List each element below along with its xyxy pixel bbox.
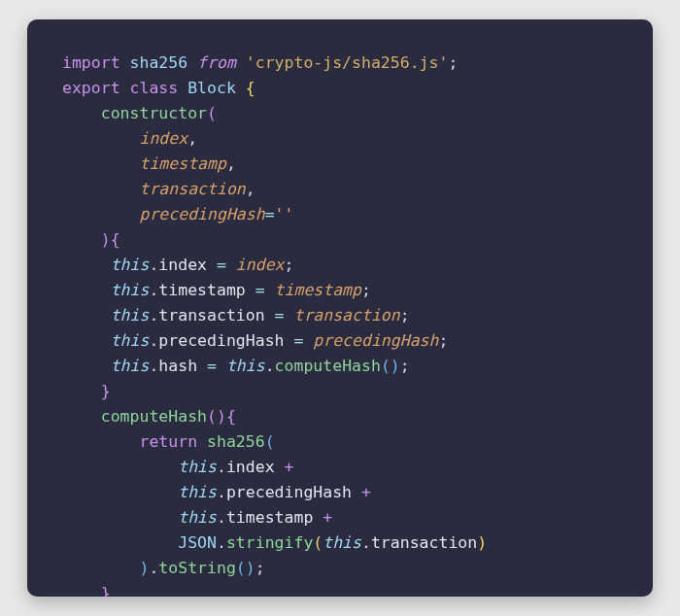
comma: , <box>246 180 255 198</box>
paren-close: ) <box>477 533 487 552</box>
prop-index: index <box>226 458 275 476</box>
prop-precedingHash: precedingHash <box>158 331 284 350</box>
operator-assign: = <box>217 256 226 274</box>
code-line: this.index = index; <box>62 256 293 274</box>
code-line: this.timestamp = timestamp; <box>62 281 371 299</box>
semicolon: ; <box>400 306 410 325</box>
keyword-this: this <box>323 533 361 552</box>
code-block: import sha256 from 'crypto-js/sha256.js'… <box>62 51 653 597</box>
rhs-timestamp: timestamp <box>275 281 361 299</box>
param-transaction: transaction <box>139 180 245 198</box>
code-line: JSON.stringify(this.transaction) <box>62 533 487 552</box>
prop-index: index <box>158 256 207 274</box>
code-line: this.timestamp + <box>62 508 332 527</box>
dot: . <box>149 357 158 375</box>
code-line: this.precedingHash + <box>62 483 371 501</box>
semicolon: ; <box>255 559 265 577</box>
keyword-this: this <box>111 357 150 375</box>
dot: . <box>149 281 158 299</box>
brace-close: } <box>101 584 111 597</box>
method-constructor: constructor <box>101 104 207 122</box>
operator-plus: + <box>361 483 371 501</box>
code-line: computeHash(){ <box>62 407 236 426</box>
keyword-import: import <box>62 53 120 72</box>
identifier-JSON: JSON <box>178 533 217 552</box>
dot: . <box>217 508 226 527</box>
dot: . <box>265 357 275 375</box>
string-empty: '' <box>275 205 294 223</box>
paren-open: ( <box>313 533 323 552</box>
string-module-path: 'crypto-js/sha256.js' <box>246 53 449 72</box>
dot: . <box>149 306 158 325</box>
code-line: } <box>62 584 111 597</box>
comma: , <box>226 154 236 173</box>
operator-assign: = <box>265 205 275 223</box>
brace-open: { <box>111 230 120 249</box>
keyword-this: this <box>111 256 150 274</box>
dot: . <box>361 533 371 552</box>
semicolon: ; <box>400 357 410 375</box>
semicolon: ; <box>361 281 371 299</box>
param-timestamp: timestamp <box>139 154 225 173</box>
keyword-return: return <box>139 432 197 451</box>
code-line: import sha256 from 'crypto-js/sha256.js'… <box>62 53 458 72</box>
param-index: index <box>139 129 187 148</box>
semicolon: ; <box>438 331 448 350</box>
keyword-this: this <box>111 331 150 350</box>
prop-hash: hash <box>158 357 197 375</box>
dot: . <box>217 458 226 476</box>
rhs-precedingHash: precedingHash <box>313 331 438 350</box>
keyword-from: from <box>197 53 236 72</box>
dot: . <box>149 559 158 577</box>
dot: . <box>149 256 158 274</box>
method-toString: toString <box>158 559 235 577</box>
paren-close: ) <box>139 559 149 577</box>
keyword-this: this <box>111 306 150 325</box>
prop-precedingHash: precedingHash <box>226 483 352 501</box>
code-snippet-card: import sha256 from 'crypto-js/sha256.js'… <box>27 19 653 597</box>
operator-assign: = <box>293 331 303 350</box>
prop-timestamp: timestamp <box>158 281 245 299</box>
class-name: Block <box>187 79 236 97</box>
keyword-class: class <box>130 79 179 97</box>
code-line: index, <box>62 129 197 148</box>
operator-assign: = <box>255 281 265 299</box>
keyword-export: export <box>62 79 120 97</box>
keyword-this: this <box>111 281 150 299</box>
code-line: } <box>62 382 111 400</box>
paren-open: ( <box>265 432 275 451</box>
keyword-this: this <box>226 357 265 375</box>
keyword-this: this <box>178 483 217 501</box>
code-line: export class Block { <box>62 79 255 97</box>
brace-close: } <box>101 382 111 400</box>
paren-close: ) <box>101 230 111 249</box>
call-computeHash: computeHash <box>275 357 381 375</box>
method-stringify: stringify <box>226 533 313 552</box>
parens: () <box>236 559 255 577</box>
code-line: timestamp, <box>62 154 236 173</box>
parens: () <box>381 357 400 375</box>
semicolon: ; <box>448 53 458 72</box>
prop-transaction: transaction <box>371 533 477 552</box>
code-line: this.precedingHash = precedingHash; <box>62 331 448 350</box>
code-line: precedingHash='' <box>62 205 293 223</box>
operator-plus: + <box>285 458 294 476</box>
code-line: ).toString(); <box>62 559 265 577</box>
comma: , <box>187 129 197 148</box>
keyword-this: this <box>178 508 217 527</box>
dot: . <box>149 331 158 350</box>
code-line: constructor( <box>62 104 217 122</box>
prop-transaction: transaction <box>158 306 264 325</box>
rhs-index: index <box>236 256 285 274</box>
paren-open: ( <box>207 104 217 122</box>
operator-plus: + <box>323 508 332 527</box>
brace-open: { <box>226 407 236 426</box>
dot: . <box>217 533 226 552</box>
code-line: transaction, <box>62 180 255 198</box>
dot: . <box>217 483 226 501</box>
call-sha256: sha256 <box>207 432 265 451</box>
parens: () <box>207 407 226 426</box>
method-computeHash: computeHash <box>101 407 207 426</box>
code-line: this.hash = this.computeHash(); <box>62 357 410 375</box>
code-line: this.index + <box>62 458 293 476</box>
